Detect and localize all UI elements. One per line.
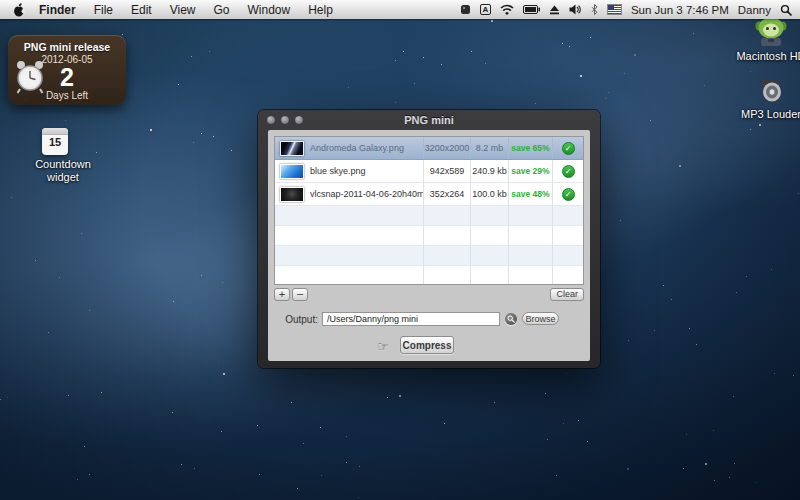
traffic-lights	[267, 116, 303, 124]
title-bar[interactable]: PNG mini	[258, 110, 600, 130]
	[275, 266, 424, 285]
desktop: FinderFileEditViewGoWindowHelp A	[0, 0, 800, 500]
calendar-day: 15	[42, 135, 68, 150]
menu-clock[interactable]: Sun Jun 3 7:46 PM	[631, 4, 729, 16]
	[509, 226, 553, 245]
	[553, 266, 583, 285]
volume-icon[interactable]	[569, 4, 582, 15]
file-name-cell: blue skye.png	[275, 160, 424, 182]
empty-row[interactable]	[275, 246, 583, 266]
menu-bar: FinderFileEditViewGoWindowHelp A	[0, 0, 800, 19]
	[471, 246, 509, 265]
desktop-icon-macintosh-hd-label[interactable]: Macintosh HD	[733, 50, 800, 63]
us-flag-icon[interactable]	[607, 4, 622, 15]
check-icon: ✓	[562, 188, 575, 201]
menu-item-finder[interactable]: Finder	[30, 3, 85, 17]
file-name-cell: Andromeda Galaxy.png	[275, 137, 424, 159]
file-status-cell: ✓	[553, 183, 583, 205]
window-title: PNG mini	[404, 114, 454, 126]
	[471, 206, 509, 225]
	[509, 246, 553, 265]
file-name: vlcsnap-2011-04-06-20h40m36s165.png	[310, 189, 423, 199]
	[509, 266, 553, 285]
menu-item-view[interactable]: View	[161, 3, 205, 17]
	[275, 246, 424, 265]
input-source-icon[interactable]: A	[480, 4, 491, 15]
battery-icon[interactable]	[523, 5, 540, 14]
empty-row[interactable]	[275, 266, 583, 285]
add-file-button[interactable]: +	[274, 288, 290, 301]
check-icon: ✓	[562, 165, 575, 178]
file-name: Andromeda Galaxy.png	[310, 143, 404, 153]
menu-items: FinderFileEditViewGoWindowHelp	[30, 3, 342, 17]
clear-button[interactable]: Clear	[550, 288, 584, 301]
app-badge-icon[interactable]	[460, 4, 471, 15]
file-dimensions-cell: 942x589	[424, 160, 471, 182]
calendar-icon[interactable]: 15	[42, 128, 68, 155]
file-dimensions-cell: 3200x2000	[424, 137, 471, 159]
file-savings-cell: save 48%	[509, 183, 553, 205]
eject-icon[interactable]	[549, 5, 560, 15]
desktop-icon-countdown-label[interactable]: Countdown widget	[18, 158, 108, 184]
file-size-cell: 100.0 kb	[471, 183, 509, 205]
file-status-cell: ✓	[553, 137, 583, 159]
green-monster-drive-icon[interactable]	[752, 14, 790, 52]
	[509, 206, 553, 225]
	[275, 206, 424, 225]
wifi-icon[interactable]	[500, 4, 514, 15]
file-name-cell: vlcsnap-2011-04-06-20h40m36s165.png	[275, 183, 424, 205]
file-row[interactable]: Andromeda Galaxy.png3200x20008.2 mbsave …	[275, 137, 583, 160]
	[424, 266, 471, 285]
	[471, 226, 509, 245]
zoom-button[interactable]	[295, 116, 303, 124]
menu-item-go[interactable]: Go	[205, 3, 239, 17]
compress-button[interactable]: Compress	[400, 336, 454, 354]
spotlight-icon[interactable]	[780, 4, 792, 16]
file-thumbnail	[280, 187, 304, 202]
menu-user[interactable]: Danny	[738, 4, 771, 16]
file-size-cell: 240.9 kb	[471, 160, 509, 182]
empty-row[interactable]	[275, 206, 583, 226]
reveal-path-icon[interactable]	[505, 313, 517, 325]
minimize-button[interactable]	[281, 116, 289, 124]
close-button[interactable]	[267, 116, 275, 124]
countdown-widget[interactable]: PNG mini release 2012-06-05 2 Days Left	[8, 35, 126, 105]
widget-title: PNG mini release	[8, 41, 126, 53]
	[424, 246, 471, 265]
savings-percent: save 29%	[511, 166, 549, 176]
check-icon: ✓	[562, 142, 575, 155]
	[553, 206, 583, 225]
file-status-cell: ✓	[553, 160, 583, 182]
png-mini-window: PNG mini Andromeda Galaxy.png3200x20008.…	[258, 110, 600, 368]
bluetooth-icon[interactable]	[591, 4, 598, 15]
	[553, 246, 583, 265]
file-row[interactable]: vlcsnap-2011-04-06-20h40m36s165.png352x2…	[275, 183, 583, 206]
output-label: Output:	[268, 314, 318, 325]
file-row[interactable]: blue skye.png942x589240.9 kbsave 29%✓	[275, 160, 583, 183]
file-size-cell: 8.2 mb	[471, 137, 509, 159]
pointing-hand-icon: ☞	[377, 339, 389, 354]
speaker-icon[interactable]	[755, 74, 785, 110]
savings-percent: save 48%	[511, 189, 549, 199]
	[424, 226, 471, 245]
browse-button[interactable]: Browse	[522, 312, 559, 325]
alarm-clock-icon	[15, 59, 45, 99]
savings-percent: save 65%	[511, 143, 549, 153]
empty-row[interactable]	[275, 226, 583, 246]
window-content: Andromeda Galaxy.png3200x20008.2 mbsave …	[268, 130, 590, 361]
file-savings-cell: save 29%	[509, 160, 553, 182]
menu-item-file[interactable]: File	[85, 3, 122, 17]
remove-file-button[interactable]: –	[292, 288, 308, 301]
menu-status-area: A	[460, 4, 792, 16]
output-path-input[interactable]	[322, 312, 500, 326]
menu-item-help[interactable]: Help	[299, 3, 342, 17]
menu-item-window[interactable]: Window	[239, 3, 300, 17]
desktop-icon-mp3-louder-label[interactable]: MP3 Louder	[728, 108, 800, 121]
menu-item-edit[interactable]: Edit	[122, 3, 161, 17]
file-name: blue skye.png	[310, 166, 366, 176]
file-thumbnail	[280, 164, 304, 179]
menu-left: FinderFileEditViewGoWindowHelp	[8, 3, 342, 17]
	[275, 226, 424, 245]
file-table: Andromeda Galaxy.png3200x20008.2 mbsave …	[274, 136, 584, 285]
apple-logo-icon[interactable]	[13, 3, 25, 17]
